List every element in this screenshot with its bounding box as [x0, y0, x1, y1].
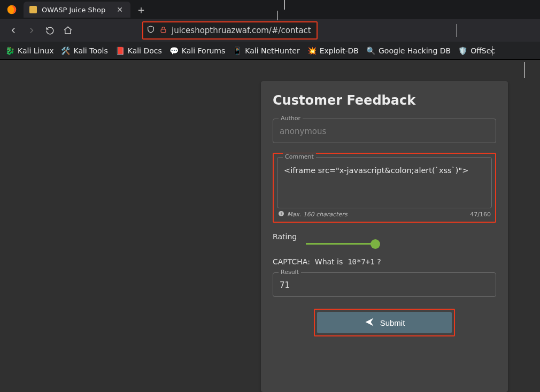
bookmark-label: Kali Docs — [128, 46, 162, 55]
bookmark-icon: 🛠️ — [61, 46, 70, 55]
comment-hint: Max. 160 characters — [278, 210, 348, 218]
forward-button[interactable] — [24, 22, 40, 38]
author-input — [273, 119, 496, 143]
author-field: Author — [273, 119, 496, 143]
info-icon — [278, 210, 284, 218]
feedback-card: Customer Feedback Author Comment Max. 16… — [261, 81, 508, 392]
bookmark-item[interactable]: 🛠️Kali Tools — [61, 46, 107, 55]
marker-icon — [284, 0, 285, 10]
browser-tab-active[interactable]: OWASP Juice Shop ✕ — [24, 2, 130, 18]
submit-label: Submit — [380, 318, 405, 327]
submit-button[interactable]: Submit — [317, 312, 452, 333]
rating-label: Rating — [273, 232, 496, 241]
bookmark-icon: 💬 — [169, 46, 179, 55]
bookmark-icon: 📕 — [115, 46, 125, 55]
tab-title: OWASP Juice Shop — [42, 6, 110, 14]
bookmark-label: Kali NetHunter — [245, 46, 299, 55]
result-input[interactable] — [273, 273, 496, 296]
bookmark-icon: 🔍 — [366, 46, 375, 55]
nav-toolbar: juiceshopthruazwaf.com/#/contact — [0, 19, 540, 42]
comment-field: Comment — [277, 157, 492, 208]
page-title: Customer Feedback — [273, 93, 496, 108]
back-button[interactable] — [5, 22, 21, 38]
url-bar-highlight: juiceshopthruazwaf.com/#/contact — [142, 21, 318, 40]
reload-button[interactable] — [42, 22, 58, 38]
char-counter: 47/160 — [470, 211, 491, 218]
bookmark-icon: 📱 — [233, 46, 242, 55]
rating-row: Rating — [273, 232, 496, 245]
rating-slider[interactable] — [306, 243, 375, 245]
svg-rect-2 — [161, 29, 166, 32]
svg-rect-4 — [281, 213, 282, 215]
bookmark-label: Exploit-DB — [320, 46, 359, 55]
lock-icon — [159, 26, 167, 36]
send-icon — [364, 317, 375, 329]
tab-strip: OWASP Juice Shop ✕ ＋ — [0, 0, 540, 19]
bookmark-label: Google Hacking DB — [379, 46, 451, 55]
captcha-expression: 10*7+1 — [348, 257, 375, 266]
bookmark-label: Kali Tools — [73, 46, 107, 55]
bookmarks-bar: 🐉Kali Linux🛠️Kali Tools📕Kali Docs💬Kali F… — [0, 42, 540, 60]
svg-rect-1 — [29, 6, 37, 13]
slider-thumb-icon[interactable] — [371, 239, 380, 249]
page-content: Customer Feedback Author Comment Max. 16… — [0, 60, 540, 392]
bookmark-item[interactable]: 💬Kali Forums — [169, 46, 225, 55]
comment-label: Comment — [283, 153, 316, 160]
marker-icon — [457, 24, 457, 37]
captcha-prompt: What is — [315, 257, 343, 266]
juice-shop-favicon-icon — [29, 5, 37, 14]
marker-icon — [524, 62, 524, 78]
bookmark-item[interactable]: 📱Kali NetHunter — [233, 46, 299, 55]
comment-highlight: Comment Max. 160 characters 47/160 — [273, 153, 496, 223]
bookmark-item[interactable]: 💥Exploit-DB — [307, 46, 359, 55]
bookmark-item[interactable]: 🛡️OffSec — [458, 46, 495, 55]
svg-rect-5 — [281, 212, 282, 213]
comment-textarea[interactable] — [277, 158, 491, 206]
bookmark-item[interactable]: 🐉Kali Linux — [5, 46, 53, 55]
captcha-row: CAPTCHA: What is 10*7+1 ? — [273, 257, 496, 266]
submit-highlight: Submit — [314, 309, 455, 336]
bookmark-icon: 🛡️ — [458, 46, 467, 55]
firefox-logo-icon — [3, 1, 20, 18]
bookmark-icon: 🐉 — [5, 46, 14, 55]
tab-close-button[interactable]: ✕ — [114, 5, 125, 14]
bookmark-icon: 💥 — [307, 46, 317, 55]
home-button[interactable] — [60, 22, 76, 38]
captcha-suffix: ? — [377, 257, 381, 266]
new-tab-button[interactable]: ＋ — [130, 3, 152, 17]
bookmark-item[interactable]: 📕Kali Docs — [115, 46, 162, 55]
author-label: Author — [279, 115, 303, 122]
url-text[interactable]: juiceshopthruazwaf.com/#/contact — [172, 26, 311, 35]
shield-icon — [146, 25, 155, 36]
bookmark-label: Kali Forums — [182, 46, 225, 55]
captcha-label: CAPTCHA: — [273, 257, 310, 266]
bookmark-label: Kali Linux — [18, 46, 53, 55]
marker-icon — [277, 11, 277, 20]
result-field: Result — [273, 272, 496, 297]
bookmark-item[interactable]: 🔍Google Hacking DB — [366, 46, 451, 55]
result-label: Result — [279, 269, 301, 276]
marker-icon — [492, 46, 492, 56]
